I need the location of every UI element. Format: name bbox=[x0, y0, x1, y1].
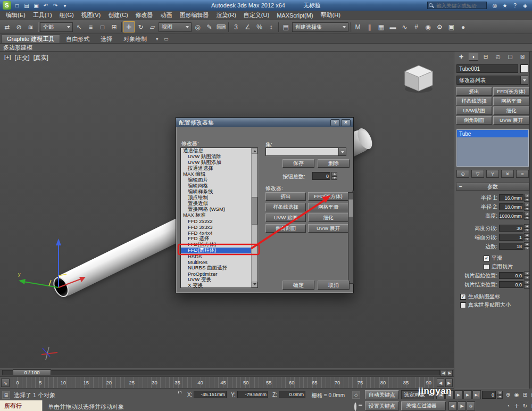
new-scene-icon[interactable]: □ bbox=[13, 2, 21, 10]
param-value-field[interactable]: 1 bbox=[499, 234, 523, 241]
modifier-set-button[interactable]: 细化 bbox=[493, 106, 529, 115]
menu-item[interactable]: 组(G) bbox=[56, 11, 78, 20]
bind-to-space-warp-icon[interactable]: ≋ bbox=[25, 21, 36, 32]
sets-dropdown[interactable] bbox=[265, 147, 346, 156]
menu-item[interactable]: MAXScript(M) bbox=[273, 11, 317, 20]
graphite-toggle-icon[interactable]: ▬ bbox=[387, 21, 398, 32]
total-buttons-spinner[interactable] bbox=[331, 172, 337, 180]
render-production-icon[interactable]: ● bbox=[458, 21, 469, 32]
align-icon[interactable]: ∥ bbox=[364, 21, 375, 32]
spinner-up-icon[interactable] bbox=[331, 172, 337, 176]
modifier-set-button[interactable]: 样条线选择 bbox=[265, 203, 306, 211]
dialog-title-bar[interactable]: 配置修改器集 ? ✕ bbox=[176, 118, 353, 127]
menu-item[interactable]: 工具(T) bbox=[29, 11, 56, 20]
scrollbar-thumb[interactable] bbox=[252, 197, 257, 225]
panel-scrollbar[interactable] bbox=[529, 52, 532, 389]
current-frame-field[interactable]: 0 bbox=[482, 391, 496, 399]
select-and-manipulate-icon[interactable]: ✎ bbox=[204, 21, 215, 32]
modifier-list-item[interactable]: HSDS bbox=[181, 253, 257, 259]
modifier-list-item[interactable]: X 变换 bbox=[181, 283, 257, 288]
spinner-down-icon[interactable] bbox=[331, 176, 337, 180]
edit-named-sets-icon[interactable]: ▤ bbox=[280, 21, 292, 32]
zoom-extents-all-icon[interactable]: ▦ bbox=[530, 390, 532, 399]
select-and-move-icon[interactable]: ✛ bbox=[123, 21, 135, 32]
menu-item[interactable]: 帮助(H) bbox=[317, 11, 344, 20]
key-filters-button[interactable]: 关键点过滤器... bbox=[401, 401, 446, 410]
modifier-list-dropdown[interactable]: 修改器列表 bbox=[456, 76, 528, 85]
create-tab-icon[interactable]: ✚ bbox=[456, 53, 466, 61]
redo-icon[interactable]: ↷ bbox=[51, 2, 60, 10]
zoom-extents-icon[interactable]: ⊞ bbox=[521, 390, 529, 399]
ribbon-minimize-icon[interactable]: ▾ bbox=[153, 35, 161, 43]
ribbon-tab-0[interactable]: Graphite 建模工具 bbox=[1, 35, 60, 43]
dialog-close-button[interactable]: ✕ bbox=[341, 119, 351, 126]
keyboard-override-icon[interactable]: ⌨ bbox=[215, 21, 227, 32]
modifier-set-button[interactable]: 网格平滑 bbox=[308, 203, 348, 211]
checked-checkbox[interactable]: ✓ bbox=[484, 256, 489, 261]
pan-icon[interactable]: ✛ bbox=[513, 401, 520, 410]
maximize-viewport-icon[interactable]: ⊡ bbox=[530, 401, 532, 410]
percent-snap-icon[interactable]: % bbox=[254, 21, 265, 32]
select-and-scale-icon[interactable]: ▱ bbox=[147, 21, 158, 32]
spinner-up-icon[interactable] bbox=[497, 391, 503, 395]
display-tab-icon[interactable]: ▢ bbox=[505, 53, 515, 61]
rendered-frame-icon[interactable]: ▣ bbox=[446, 21, 457, 32]
object-name-field[interactable]: Tube001 bbox=[456, 64, 518, 73]
field-of-view-icon[interactable]: ◔ bbox=[504, 401, 512, 410]
menu-item[interactable]: 渲染(R) bbox=[213, 11, 240, 20]
select-by-name-icon[interactable]: ≡ bbox=[85, 21, 96, 32]
tab-polygon-modeling[interactable]: 多边形建模 bbox=[3, 44, 32, 52]
selection-region-icon[interactable]: □ bbox=[97, 21, 108, 32]
dialog-help-button[interactable]: ? bbox=[330, 119, 340, 126]
snap-toggle-3d-icon[interactable]: 3 bbox=[230, 21, 242, 32]
configure-modifier-sets-icon[interactable]: ≡ bbox=[516, 170, 529, 178]
selection-filter-dropdown[interactable]: 全部 bbox=[40, 22, 73, 32]
modifier-stack[interactable]: Tube bbox=[456, 129, 529, 167]
param-value-field[interactable]: 1000.0mm bbox=[499, 212, 523, 219]
param-value-field[interactable]: 0.0 bbox=[499, 281, 523, 288]
grid-scrollbar[interactable] bbox=[348, 192, 354, 284]
hierarchy-tab-icon[interactable]: ⊟ bbox=[481, 53, 491, 61]
curve-editor-icon[interactable]: ∿ bbox=[399, 21, 410, 32]
communication-center-icon[interactable]: ◎ bbox=[491, 2, 499, 10]
ribbon-tab-3[interactable]: 对象绘制 bbox=[118, 35, 152, 43]
window-crossing-icon[interactable]: ⊞ bbox=[109, 21, 120, 32]
unlink-selection-icon[interactable]: ⊘ bbox=[13, 21, 24, 32]
modifier-list-item-selected[interactable]: FFD(圆柱体) bbox=[181, 248, 257, 253]
menu-item[interactable]: 编辑(E) bbox=[2, 11, 29, 20]
zoom-icon[interactable]: ⊕ bbox=[504, 390, 512, 399]
menu-item[interactable]: 图形编辑器 bbox=[176, 11, 213, 20]
mini-curve-editor-icon[interactable]: ∿ bbox=[1, 379, 10, 387]
auto-key-button[interactable]: 自动关键点 bbox=[365, 390, 399, 399]
x-coordinate-field[interactable]: -45.151mm bbox=[194, 391, 227, 398]
modifier-list-scrollbar[interactable] bbox=[251, 148, 257, 287]
time-slider-track[interactable] bbox=[2, 370, 440, 375]
next-frame-button[interactable]: ▶ bbox=[463, 390, 472, 399]
open-file-icon[interactable]: ▤ bbox=[22, 2, 31, 10]
modify-tab-icon[interactable]: ◗ bbox=[469, 53, 478, 61]
ribbon-tab-2[interactable]: 选择 bbox=[95, 35, 118, 43]
quick-access-dropdown-icon[interactable]: ▾ bbox=[61, 2, 69, 10]
motion-tab-icon[interactable]: ◴ bbox=[493, 53, 503, 61]
modifier-set-button[interactable]: 细化 bbox=[308, 213, 348, 222]
parameters-rollout-header[interactable]: − 参数 bbox=[456, 183, 529, 191]
menu-item[interactable]: 修改器 bbox=[132, 11, 157, 20]
play-button[interactable]: ▶ bbox=[454, 390, 463, 399]
z-coordinate-field[interactable]: 0.0mm bbox=[279, 391, 305, 398]
material-editor-icon[interactable]: ◉ bbox=[422, 21, 434, 32]
modifier-set-button[interactable]: 挤出 bbox=[456, 87, 492, 96]
modifier-set-button[interactable]: UVW 展开 bbox=[308, 224, 348, 233]
param-value-field[interactable]: 30 bbox=[499, 225, 523, 232]
angle-snap-icon[interactable]: ∠ bbox=[242, 21, 253, 32]
param-value-field[interactable]: 0.0 bbox=[499, 272, 523, 279]
favorites-icon[interactable]: ★ bbox=[501, 2, 509, 10]
time-slider-handle[interactable]: 0 / 100 bbox=[13, 369, 51, 375]
unchecked-checkbox[interactable] bbox=[484, 264, 489, 270]
application-menu-icon[interactable]: S bbox=[3, 1, 11, 10]
ribbon-tab-1[interactable]: 自由形式 bbox=[61, 35, 95, 43]
checked-checkbox[interactable]: ✓ bbox=[460, 294, 466, 300]
scrollbar-thumb[interactable] bbox=[348, 199, 353, 217]
named-selection-sets-dropdown[interactable]: 创建选择集 bbox=[292, 22, 348, 32]
zoom-all-icon[interactable]: ◉ bbox=[513, 390, 520, 399]
utilities-tab-icon[interactable]: ⊠ bbox=[518, 53, 527, 61]
